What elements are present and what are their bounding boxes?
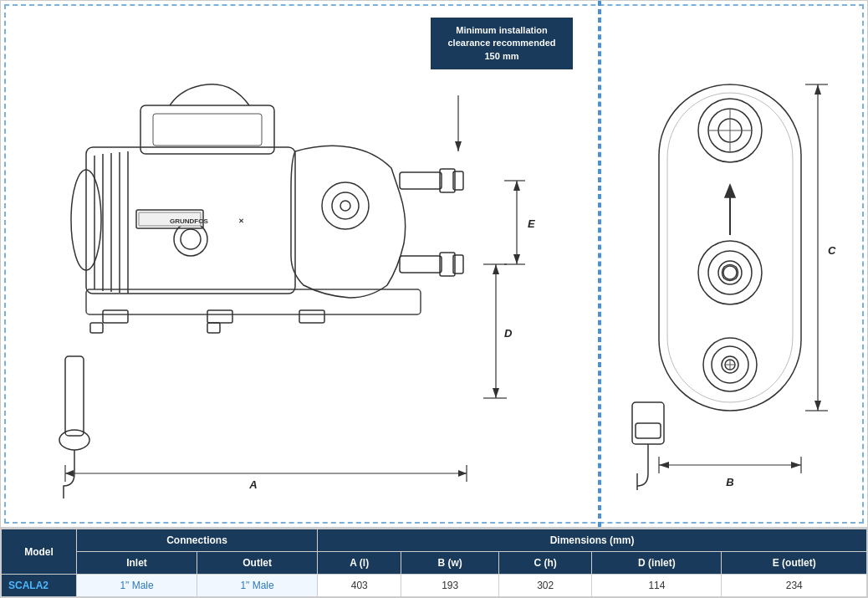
svg-marker-84 <box>791 462 801 468</box>
svg-marker-83 <box>659 462 669 468</box>
td-E-val: 234 <box>722 575 867 597</box>
td-D-val: 114 <box>592 575 722 597</box>
svg-text:A: A <box>248 478 257 491</box>
svg-marker-35 <box>65 470 74 477</box>
svg-point-22 <box>181 229 201 249</box>
th-dimensions: Dimensions (mm) <box>318 529 867 552</box>
svg-marker-78 <box>814 401 821 411</box>
th-D: D (inlet) <box>592 552 722 575</box>
clearance-annotation: Minimum installation clearance recommend… <box>431 18 573 69</box>
td-inlet-val: 1" Male <box>77 575 197 597</box>
svg-rect-11 <box>400 256 442 273</box>
svg-rect-14 <box>65 356 84 436</box>
svg-rect-72 <box>636 423 661 438</box>
svg-point-5 <box>322 182 369 229</box>
th-B: B (w) <box>401 552 499 575</box>
svg-text:E: E <box>528 217 535 230</box>
clearance-text2: clearance recommended 150 mm <box>447 38 555 60</box>
svg-marker-51 <box>455 141 462 151</box>
diagram-area: Minimum installation clearance recommend… <box>1 1 867 528</box>
dimensions-table-area: Model Connections Dimensions (mm) Inlet … <box>1 528 867 597</box>
svg-rect-8 <box>400 172 442 189</box>
svg-marker-42 <box>513 254 520 264</box>
th-E: E (outlet) <box>722 552 867 575</box>
th-inlet: Inlet <box>77 552 197 575</box>
clearance-text: Minimum installation <box>456 25 547 35</box>
svg-point-6 <box>332 192 359 219</box>
svg-point-7 <box>340 201 350 211</box>
svg-rect-4 <box>153 114 262 146</box>
svg-rect-29 <box>299 310 324 323</box>
svg-marker-77 <box>814 84 821 95</box>
svg-text:D: D <box>504 327 513 340</box>
svg-point-64 <box>723 266 737 279</box>
th-A: A (l) <box>318 552 401 575</box>
svg-rect-27 <box>103 310 128 323</box>
pump-front-svg: C B <box>617 38 851 490</box>
svg-text:GRUNDFOS: GRUNDFOS <box>170 217 208 225</box>
right-diagram-front-view: C B <box>600 1 867 527</box>
td-C-val: 302 <box>498 575 591 597</box>
svg-point-15 <box>59 430 89 450</box>
left-diagram-side-view: Minimum installation clearance recommend… <box>1 1 600 527</box>
th-outlet: Outlet <box>197 552 318 575</box>
svg-marker-36 <box>458 470 467 477</box>
svg-marker-48 <box>493 388 499 398</box>
svg-text:✕: ✕ <box>238 217 244 225</box>
th-connections: Connections <box>77 529 318 552</box>
td-model-name: SCALA2 <box>2 575 77 597</box>
svg-rect-25 <box>90 323 103 333</box>
svg-point-62 <box>708 251 752 294</box>
svg-marker-60 <box>725 185 735 197</box>
td-A-val: 403 <box>318 575 401 597</box>
table-row: SCALA2 1" Male 1" Male 403 193 302 114 2… <box>2 575 867 597</box>
dimensions-table: Model Connections Dimensions (mm) Inlet … <box>1 529 867 597</box>
th-model: Model <box>2 529 77 575</box>
svg-rect-26 <box>207 323 220 333</box>
th-C: C (h) <box>498 552 591 575</box>
svg-text:C: C <box>828 244 836 257</box>
td-outlet-val: 1" Male <box>197 575 318 597</box>
main-container: Minimum installation clearance recommend… <box>0 0 868 598</box>
svg-rect-28 <box>207 310 232 323</box>
pump-side-svg: GRUNDFOS ✕ A E <box>40 30 559 498</box>
svg-marker-47 <box>493 264 499 274</box>
svg-marker-41 <box>513 181 520 191</box>
svg-text:B: B <box>726 476 733 488</box>
td-B-val: 193 <box>401 575 499 597</box>
